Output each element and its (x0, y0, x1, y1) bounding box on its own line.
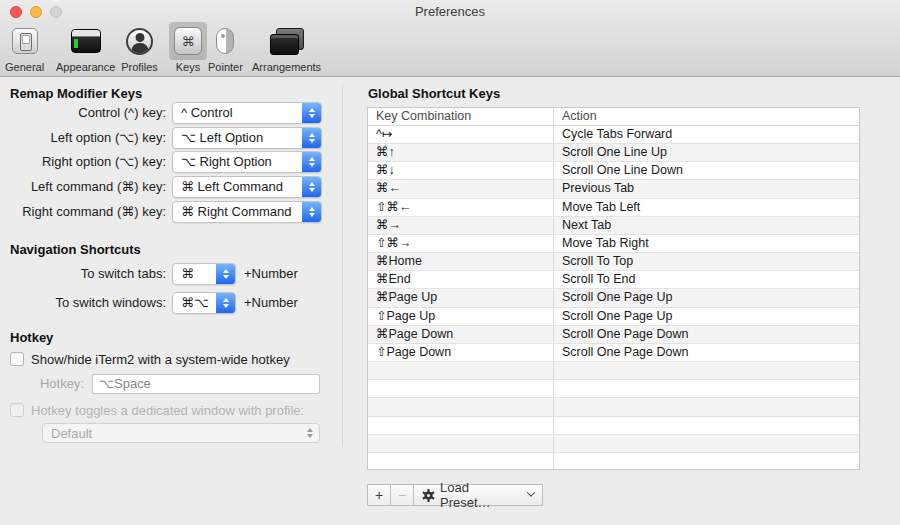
action-cell (554, 417, 859, 434)
stepper-arrows-icon (302, 128, 321, 148)
table-row[interactable] (368, 398, 859, 416)
action-cell (554, 362, 859, 379)
stepper-arrows-icon (300, 424, 319, 442)
add-shortcut-button[interactable]: + (367, 484, 391, 506)
table-row[interactable]: ^↦Cycle Tabs Forward (368, 126, 859, 144)
column-header-action[interactable]: Action (554, 108, 859, 125)
table-row[interactable] (368, 417, 859, 435)
action-cell (554, 380, 859, 397)
action-cell: Move Tab Right (554, 235, 859, 252)
action-cell: Scroll One Page Down (554, 344, 859, 361)
toolbar-item-appearance[interactable]: Appearance (56, 22, 115, 73)
hotkey-input[interactable]: ⌥Space (92, 374, 320, 394)
table-row[interactable]: ⇧Page DownScroll One Page Down (368, 344, 859, 362)
table-row[interactable]: ⌘↑Scroll One Line Up (368, 144, 859, 162)
stepper-arrows-icon (216, 264, 235, 284)
key-combination-cell (368, 435, 554, 452)
key-combination-cell: ⇧⌘← (368, 199, 554, 216)
pointer-icon (216, 28, 234, 54)
key-combination-cell: ⌘↑ (368, 144, 554, 161)
table-row[interactable]: ⌘EndScroll To End (368, 271, 859, 289)
right-command-key-select[interactable]: ⌘ Right Command (172, 201, 322, 223)
key-combination-cell: ⇧Page Up (368, 308, 554, 325)
toolbar-item-keys[interactable]: ⌘ Keys (169, 22, 207, 73)
table-row[interactable]: ⇧Page UpScroll One Page Up (368, 308, 859, 326)
chevron-down-icon (527, 488, 535, 496)
key-combination-cell: ⌘↓ (368, 162, 554, 179)
table-row[interactable]: ⌘↓Scroll One Line Down (368, 162, 859, 180)
left-command-key-select[interactable]: ⌘ Left Command (172, 176, 322, 198)
show-hide-hotkey-label: Show/hide iTerm2 with a system-wide hotk… (31, 352, 290, 368)
field-label: Right option (⌥) key: (0, 151, 166, 173)
dedicated-window-checkbox[interactable] (10, 403, 24, 417)
key-combination-cell: ^↦ (368, 126, 554, 143)
load-preset-label: Load Preset… (440, 480, 523, 510)
key-combination-cell: ⌘Page Down (368, 326, 554, 343)
toolbar-item-arrangements[interactable]: Arrangements (252, 22, 321, 73)
key-combination-cell (368, 380, 554, 397)
control-key-select[interactable]: ^ Control (172, 102, 322, 124)
toolbar-label: Arrangements (252, 61, 321, 73)
toolbar-label: Pointer (208, 61, 243, 73)
table-row[interactable]: ⌘Page DownScroll One Page Down (368, 326, 859, 344)
action-cell (554, 435, 859, 452)
navigation-section-title: Navigation Shortcuts (10, 242, 141, 257)
toolbar-item-pointer[interactable]: Pointer (208, 22, 243, 73)
column-header-key-combination[interactable]: Key Combination (368, 108, 554, 125)
remap-row-right-option: Right option (⌥) key: ⌥ Right Option (0, 151, 340, 173)
load-preset-button[interactable]: Load Preset… (413, 484, 543, 506)
field-label: To switch windows: (0, 292, 166, 314)
shortcut-table-rows: ^↦Cycle Tabs Forward⌘↑Scroll One Line Up… (368, 126, 859, 470)
action-cell: Previous Tab (554, 180, 859, 197)
table-row[interactable] (368, 380, 859, 398)
table-row[interactable] (368, 362, 859, 380)
switch-tabs-select[interactable]: ⌘ (172, 263, 236, 285)
action-cell: Move Tab Left (554, 199, 859, 216)
table-row[interactable]: ⌘Page UpScroll One Page Up (368, 289, 859, 307)
remap-row-left-option: Left option (⌥) key: ⌥ Left Option (0, 127, 340, 149)
table-row[interactable]: ⇧⌘←Move Tab Left (368, 199, 859, 217)
global-shortcuts-title: Global Shortcut Keys (368, 86, 500, 101)
switch-windows-select[interactable]: ⌘⌥ (172, 292, 236, 314)
profiles-icon (126, 28, 153, 55)
show-hide-hotkey-checkbox[interactable] (10, 352, 24, 366)
appearance-icon (71, 29, 101, 53)
table-row[interactable]: ⌘←Previous Tab (368, 180, 859, 198)
arrangements-icon (270, 28, 304, 55)
toolbar-label: Keys (176, 61, 200, 73)
left-option-key-select[interactable]: ⌥ Left Option (172, 127, 322, 149)
key-combination-cell: ⌘Page Up (368, 289, 554, 306)
panel-divider (342, 85, 343, 447)
field-label: To switch tabs: (0, 263, 166, 285)
table-row[interactable]: ⇧⌘→Move Tab Right (368, 235, 859, 253)
stepper-arrows-icon (302, 152, 321, 172)
plus-number-label: +Number (244, 263, 298, 285)
right-option-key-select[interactable]: ⌥ Right Option (172, 151, 322, 173)
action-cell: Scroll One Line Up (554, 144, 859, 161)
gear-icon (422, 489, 435, 502)
action-cell: Scroll One Page Down (554, 326, 859, 343)
key-combination-cell: ⌘End (368, 271, 554, 288)
table-row[interactable]: ⌘→Next Tab (368, 217, 859, 235)
action-cell (554, 453, 859, 470)
keys-icon: ⌘ (174, 27, 202, 55)
toolbar-item-profiles[interactable]: Profiles (121, 22, 158, 73)
shortcut-table: Key Combination Action ^↦Cycle Tabs Forw… (367, 107, 860, 470)
action-cell (554, 398, 859, 415)
dedicated-window-label: Hotkey toggles a dedicated window with p… (31, 403, 304, 419)
key-combination-cell (368, 398, 554, 415)
action-cell: Next Tab (554, 217, 859, 234)
key-combination-cell: ⌘→ (368, 217, 554, 234)
remove-shortcut-button[interactable]: − (390, 484, 414, 506)
action-cell: Scroll One Page Up (554, 289, 859, 306)
table-row[interactable] (368, 453, 859, 470)
toolbar-item-general[interactable]: General (5, 22, 44, 73)
table-row[interactable]: ⌘HomeScroll To Top (368, 253, 859, 271)
key-combination-cell (368, 453, 554, 470)
general-icon (12, 28, 38, 54)
stepper-arrows-icon (302, 202, 321, 222)
stepper-arrows-icon (302, 103, 321, 123)
table-row[interactable] (368, 435, 859, 453)
profile-select[interactable]: Default (42, 423, 320, 443)
remap-row-control: Control (^) key: ^ Control (0, 102, 340, 124)
